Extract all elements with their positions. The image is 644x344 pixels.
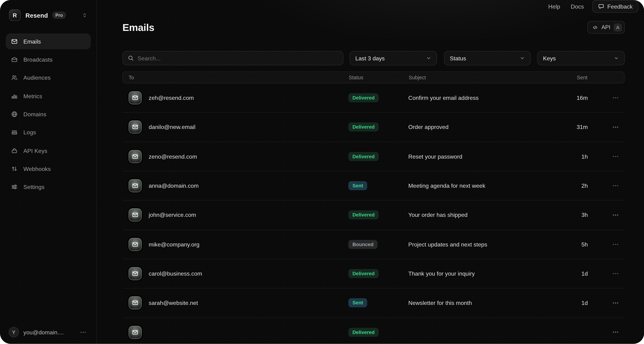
sidebar-item-label: Domains — [24, 111, 46, 118]
sidebar-item-label: Settings — [24, 184, 44, 190]
sent-time: 1d — [569, 270, 588, 277]
search-icon — [128, 55, 134, 61]
sidebar-item-label: Broadcasts — [24, 56, 52, 63]
sent-time: 1h — [569, 153, 588, 160]
docs-link[interactable]: Docs — [571, 3, 584, 10]
recipient-email: mike@company.org — [149, 241, 348, 248]
email-row[interactable]: zeno@resend.comDeliveredReset your passw… — [122, 142, 625, 171]
email-subject: Meeting agenda for next week — [408, 182, 569, 189]
status-badge: Delivered — [348, 152, 378, 161]
column-header-subject: Subject — [409, 74, 569, 80]
bar-chart-icon — [11, 93, 18, 99]
email-row[interactable]: anna@domain.comSentMeeting agenda for ne… — [122, 171, 625, 200]
user-account-row[interactable]: Y you@domain.... — [0, 327, 96, 344]
envelope-avatar-icon — [128, 150, 142, 163]
sidebar-item-domains[interactable]: Domains — [6, 105, 91, 124]
sidebar-item-label: Logs — [24, 129, 36, 136]
sidebar-item-audiences[interactable]: Audiences — [6, 69, 91, 87]
row-menu-button[interactable] — [613, 302, 618, 304]
email-row[interactable]: zeh@resend.comDeliveredConfirm your emai… — [122, 84, 625, 113]
app-viewport: R Resend Pro EmailsBroadcastsAudiencesMe… — [0, 0, 644, 344]
email-row[interactable]: carol@business.comDeliveredThank you for… — [122, 259, 625, 288]
sent-time: 3h — [569, 212, 588, 218]
filter-value: Keys — [543, 55, 556, 62]
status-badge: Sent — [348, 181, 367, 190]
sent-time: 31m — [569, 124, 588, 130]
status-badge: Delivered — [348, 210, 378, 220]
status-badge: Bounced — [348, 240, 378, 249]
email-row[interactable]: mike@company.orgBouncedProject updates a… — [122, 230, 625, 259]
filter-value: Last 3 days — [356, 55, 385, 62]
sidebar-item-webhooks[interactable]: Webhooks — [6, 160, 91, 178]
envelope-avatar-icon — [128, 208, 142, 222]
envelope-avatar-icon — [128, 179, 142, 192]
email-row[interactable]: danilo@new.emailDeliveredOrder approved3… — [122, 113, 625, 142]
recipient-email: anna@domain.com — [149, 182, 348, 189]
email-subject: Order approved — [408, 124, 569, 130]
sidebar-item-metrics[interactable]: Metrics — [6, 87, 91, 105]
sidebar-item-settings[interactable]: Settings — [6, 178, 91, 196]
filter-value: Status — [450, 55, 466, 62]
row-menu-button[interactable] — [613, 97, 618, 98]
row-menu-button[interactable] — [613, 244, 618, 245]
email-subject: Confirm your email address — [408, 94, 569, 101]
row-menu-button[interactable] — [613, 214, 618, 216]
feedback-button[interactable]: Feedback — [592, 0, 638, 13]
workspace-switcher[interactable]: R Resend Pro — [6, 7, 91, 24]
sidebar-item-label: Webhooks — [24, 166, 51, 172]
status-badge: Delivered — [348, 269, 378, 278]
api-button[interactable]: API A — [588, 21, 625, 34]
row-menu-button[interactable] — [613, 127, 618, 128]
globe-icon — [11, 111, 18, 118]
sidebar-item-broadcasts[interactable]: Broadcasts — [6, 50, 91, 69]
sliders-icon — [11, 184, 18, 190]
unfold-icon[interactable] — [82, 12, 88, 18]
page-title: Emails — [122, 22, 154, 33]
recipient-email: sarah@website.net — [149, 300, 348, 306]
email-row[interactable]: Delivered — [122, 318, 625, 344]
envelope-avatar-icon — [128, 238, 142, 251]
sidebar-item-label: Audiences — [24, 74, 50, 81]
email-subject: Your order has shipped — [408, 212, 569, 218]
user-menu-button[interactable] — [80, 332, 86, 333]
filter-status-dropdown[interactable]: Status — [444, 51, 530, 65]
sent-time: 16m — [569, 94, 588, 101]
speech-bubble-icon — [598, 3, 604, 10]
sent-time: 5h — [569, 241, 588, 248]
envelope-avatar-icon — [128, 267, 142, 280]
sidebar-item-label: API Keys — [24, 147, 47, 154]
emails-page: Emails API A — [97, 13, 644, 344]
email-subject: Thank you for your inquiry — [408, 270, 569, 277]
search-input[interactable] — [138, 55, 338, 62]
feedback-label: Feedback — [608, 3, 632, 10]
resend-logo: R — [9, 10, 20, 21]
email-row[interactable]: john@service.comDeliveredYour order has … — [122, 200, 625, 230]
row-menu-button[interactable] — [613, 273, 618, 274]
filter-last-3-days-dropdown[interactable]: Last 3 days — [350, 51, 437, 65]
filter-keys-dropdown[interactable]: Keys — [537, 51, 625, 65]
avatar: Y — [8, 327, 19, 338]
column-header-sent: Sent — [569, 74, 588, 80]
emails-table: To Status Subject Sent zeh@resend.comDel… — [122, 72, 625, 344]
row-menu-button[interactable] — [613, 185, 618, 186]
sidebar-item-api-keys[interactable]: API Keys — [6, 142, 91, 160]
sidebar-item-logs[interactable]: Logs — [6, 123, 91, 142]
sidebar-item-label: Emails — [24, 38, 41, 45]
row-menu-button[interactable] — [613, 156, 618, 157]
email-row[interactable]: sarah@website.netSentNewsletter for this… — [122, 288, 625, 318]
sidebar-item-label: Metrics — [24, 93, 42, 99]
row-menu-button[interactable] — [613, 332, 618, 333]
recipient-email: carol@business.com — [149, 270, 348, 277]
envelope-avatar-icon — [128, 120, 142, 134]
logs-icon — [11, 129, 18, 136]
chevron-down-icon — [520, 56, 525, 61]
sent-time: 2h — [569, 182, 588, 189]
help-link[interactable]: Help — [548, 3, 560, 10]
code-icon — [592, 24, 598, 30]
status-badge: Sent — [348, 298, 367, 308]
envelope-avatar-icon — [128, 326, 142, 339]
email-subject: Newsletter for this month — [408, 300, 569, 306]
sent-time: 1d — [569, 300, 588, 306]
sidebar-nav: EmailsBroadcastsAudiencesMetricsDomainsL… — [0, 32, 96, 196]
sidebar-item-emails[interactable]: Emails — [6, 34, 91, 49]
